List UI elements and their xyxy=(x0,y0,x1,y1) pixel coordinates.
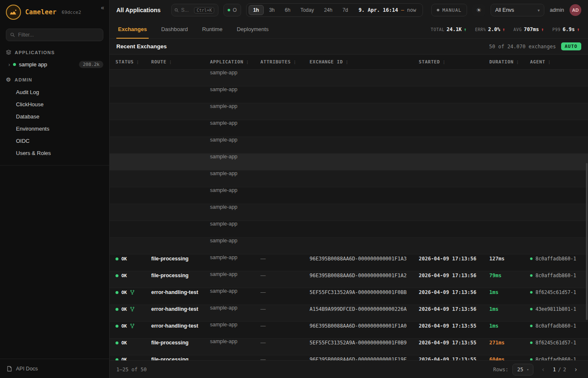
column-header-status[interactable]: STATUS⋮ xyxy=(116,59,151,65)
subheader-right: 50 of 24.070 exchanges AUTO xyxy=(489,42,581,50)
sort-icon: ⋮ xyxy=(442,60,446,64)
collapse-sidebar-icon[interactable]: « xyxy=(101,4,104,11)
errors-only-toggle[interactable]: O xyxy=(223,4,241,16)
tab-dashboard[interactable]: Dashboard xyxy=(161,20,188,38)
status-ok-dot xyxy=(116,341,118,344)
api-docs-link[interactable]: API Docs xyxy=(0,359,109,378)
table-row[interactable]: OKerror-handling-testsample-app—5EF55FC3… xyxy=(110,103,588,120)
date-range-picker[interactable]: 9. Apr. 16:14 – now xyxy=(354,7,420,13)
stat-value: 2.0% xyxy=(488,26,500,32)
table-row[interactable]: OKfile-processingsample-app—96E395B0088A… xyxy=(110,70,588,87)
admin-section-label: ADMIN xyxy=(15,77,32,82)
time-range-3h[interactable]: 3h xyxy=(265,5,279,15)
column-header-application[interactable]: APPLICATION⋮ xyxy=(210,59,260,65)
status-cell: OK xyxy=(116,307,151,312)
time-range-6h[interactable]: 6h xyxy=(280,5,295,15)
stat-label: P99 xyxy=(552,27,561,32)
sidebar-item-clickhouse[interactable]: ClickHouse xyxy=(0,98,109,110)
page-title: All Applications xyxy=(116,7,160,13)
pagination-controls: Rows: 25 ▾ ‹ 1 / 2 › xyxy=(493,364,581,375)
column-header-agent[interactable]: AGENT⋮ xyxy=(530,59,588,65)
refresh-mode-button[interactable]: MANUAL xyxy=(431,4,467,16)
tab-exchanges[interactable]: Exchanges xyxy=(118,20,147,38)
table-row[interactable]: OKfile-processingsample-app—96E395B0088A… xyxy=(110,87,588,103)
route-cell: file-processing xyxy=(151,357,210,360)
trend-up-icon: ↑ xyxy=(541,27,544,32)
global-search[interactable]: Ctrl+K xyxy=(171,4,218,16)
sidebar-item-users-roles[interactable]: Users & Roles xyxy=(0,147,109,159)
tabs-bar: Exchanges Dashboard Runtime Deployments … xyxy=(110,20,588,39)
exchanges-summary: 50 of 24.070 exchanges xyxy=(489,44,556,50)
time-range-7d[interactable]: 7d xyxy=(338,5,352,15)
table-row[interactable]: OKfile-processingsample-app—5EF55FC31352… xyxy=(110,154,588,171)
stat-value: 6.9s xyxy=(562,26,575,32)
column-header-attributes[interactable]: ATTRIBUTES⋮ xyxy=(260,59,310,65)
trend-up-icon: ↑ xyxy=(502,27,505,32)
trend-up-icon: ↑ xyxy=(577,27,580,32)
sidebar-item-sample-app[interactable]: › sample app 208.2k xyxy=(0,58,109,71)
theme-toggle-button[interactable]: ☀ xyxy=(472,4,485,16)
sidebar-item-audit-log[interactable]: Audit Log xyxy=(0,86,109,98)
table-row[interactable]: OKfile-processingsample-app—A154B9A999DF… xyxy=(110,221,588,238)
status-label: OK xyxy=(121,340,127,346)
column-header-route[interactable]: ROUTE⋮ xyxy=(151,59,210,65)
time-range-24h[interactable]: 24h xyxy=(319,5,337,15)
column-header-started[interactable]: STARTED⋮ xyxy=(419,59,489,65)
logo-row: Cameleer 69dcce2 « xyxy=(0,0,109,24)
route-cell: file-processing xyxy=(151,273,210,278)
table-row[interactable]: OKerror-handling-testsample-app—96E395B0… xyxy=(110,137,588,154)
table-row[interactable]: OKfile-processingsample-app—96E395B0088A… xyxy=(110,187,588,204)
sidebar-item-database[interactable]: Database xyxy=(0,110,109,123)
fork-icon xyxy=(130,323,135,328)
route-cell: file-processing xyxy=(151,256,210,262)
cameleer-logo-icon xyxy=(6,5,21,20)
status-label: OK xyxy=(121,256,127,262)
sidebar-item-environments[interactable]: Environments xyxy=(0,123,109,135)
environment-select[interactable]: All Envs ▾ xyxy=(491,4,544,16)
previous-page-button[interactable]: ‹ xyxy=(538,364,549,375)
sidebar-filter[interactable] xyxy=(6,29,103,41)
column-header-duration[interactable]: DURATION⋮ xyxy=(489,59,530,65)
rows-per-page-select[interactable]: 25 ▾ xyxy=(512,364,533,375)
tab-deployments[interactable]: Deployments xyxy=(237,20,269,38)
next-page-button[interactable]: › xyxy=(570,364,581,375)
time-range-today[interactable]: Today xyxy=(296,5,318,15)
status-cell: OK xyxy=(116,256,151,262)
date-range-to: now xyxy=(407,7,416,13)
stat-label: TOTAL xyxy=(431,27,445,32)
username-label: admin xyxy=(550,7,564,13)
application-cell: sample-app xyxy=(210,339,588,360)
fork-icon xyxy=(130,307,135,312)
status-ok-dot xyxy=(116,257,118,260)
stat-label: AVG xyxy=(514,27,522,32)
tab-runtime[interactable]: Runtime xyxy=(202,20,222,38)
table-row[interactable]: OKerror-handling-testsample-app—A154B9A9… xyxy=(110,120,588,137)
table-scrollbar[interactable] xyxy=(586,163,588,320)
user-avatar[interactable]: AD xyxy=(570,4,581,16)
topbar: All Applications Ctrl+K O 1h 3h 6h Today… xyxy=(110,0,588,20)
global-search-input[interactable] xyxy=(181,7,192,13)
admin-nav-group: ⚙ ADMIN Audit Log ClickHouse Database En… xyxy=(0,71,109,165)
table-row[interactable]: OKfile-processingsample-app—96E395B0088A… xyxy=(110,204,588,221)
auto-refresh-badge[interactable]: AUTO xyxy=(561,42,582,50)
table-row[interactable]: OKfile-processingsample-app—5EF55FC31352… xyxy=(110,238,588,255)
section-applications: APPLICATIONS xyxy=(0,44,109,58)
status-cell: OK xyxy=(116,340,151,346)
sort-icon: ⋮ xyxy=(547,60,551,64)
chevron-down-icon: ▾ xyxy=(538,8,540,13)
sun-icon: ☀ xyxy=(476,7,482,13)
table-title: Recent Exchanges xyxy=(116,43,167,50)
date-range-from: 9. Apr. 16:14 xyxy=(359,7,398,13)
time-range-1h[interactable]: 1h xyxy=(249,5,264,15)
stat-total: TOTAL 24.1K ↑ xyxy=(431,26,467,32)
table-row[interactable]: OKfile-processingsample-app—96E395B0088A… xyxy=(110,171,588,187)
rows-per-page-label: Rows: xyxy=(493,367,508,373)
status-label: OK xyxy=(121,273,127,278)
column-header-exchange-id[interactable]: EXCHANGE ID⋮ xyxy=(310,59,419,65)
sidebar-item-oidc[interactable]: OIDC xyxy=(0,135,109,147)
sidebar-filter-input[interactable] xyxy=(18,32,99,38)
section-admin: ⚙ ADMIN xyxy=(0,71,109,86)
status-label: OK xyxy=(121,323,127,329)
date-range-separator: – xyxy=(401,7,404,13)
sort-icon: ⋮ xyxy=(345,60,349,64)
